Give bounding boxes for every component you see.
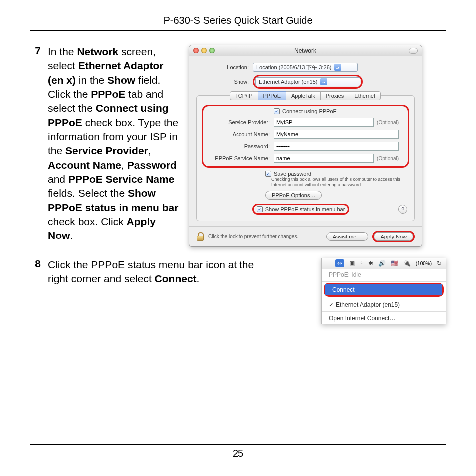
bluetooth-icon[interactable]: ✱ — [368, 260, 373, 267]
window-footer: Click the lock to prevent further change… — [189, 226, 422, 246]
step-7-text: In the Network screen, select Ethernet A… — [48, 45, 182, 243]
separator — [322, 298, 446, 298]
menu-status: PPPoE: Idle — [322, 269, 446, 280]
pppoe-service-name-input[interactable] — [274, 154, 374, 163]
battery-percent: (100%) — [416, 261, 432, 266]
assist-me-button[interactable]: Assist me… — [326, 232, 369, 241]
show-label: Show: — [198, 79, 253, 85]
step-8-number: 8 — [30, 258, 41, 270]
password-input[interactable] — [274, 142, 399, 151]
titlebar: Network — [189, 45, 422, 56]
tab-appletalk[interactable]: AppleTalk — [286, 91, 321, 100]
show-select[interactable]: Ethernet Adaptor (en15) ▴▾ — [255, 77, 360, 86]
tab-bar: TCP/IP PPPoE AppleTalk Proxies Ethernet — [197, 91, 414, 100]
service-provider-input[interactable] — [274, 118, 374, 127]
pppoe-menu: PPPoE: Idle Connect Ethernet Adaptor (en… — [322, 269, 446, 324]
account-name-label: Account Name: — [209, 131, 274, 137]
lock-text: Click the lock to prevent further change… — [208, 234, 322, 239]
save-password-checkbox[interactable]: ✓ — [265, 171, 271, 177]
save-password-label: Save password — [274, 171, 311, 177]
show-status-checkbox[interactable]: ✓ — [257, 206, 263, 212]
location-label: Location: — [198, 64, 253, 70]
wifi-icon[interactable]: ⌔ — [360, 260, 363, 267]
menubar: ⇔ ▣ ⌔ ✱ 🔊 🇺🇸 🔌 (100%) ↻ — [322, 258, 446, 269]
pppoe-options-button[interactable]: PPPoE Options… — [265, 191, 322, 200]
show-value: Ethernet Adaptor (en15) — [259, 79, 317, 85]
location-value: Location (2005/6/13 下午 3:26) — [256, 64, 331, 71]
volume-icon[interactable]: 🔊 — [378, 260, 386, 267]
show-status-label: Show PPPoE status in menu bar — [265, 206, 345, 212]
sync-icon[interactable]: ↻ — [437, 260, 442, 267]
connect-pppoe-checkbox[interactable]: ✓ — [274, 108, 280, 114]
separator — [322, 311, 446, 312]
help-button[interactable]: ? — [398, 205, 407, 214]
apply-now-button[interactable]: Apply Now — [374, 232, 413, 241]
separator — [322, 281, 446, 282]
menu-adaptor[interactable]: Ethernet Adaptor (en15) — [322, 299, 446, 310]
highlight-connect: Connect — [324, 283, 444, 297]
battery-icon[interactable]: 🔌 — [403, 260, 411, 267]
chevron-updown-icon: ▴▾ — [334, 64, 341, 71]
highlight-show-status: ✓ Show PPPoE status in menu bar — [252, 204, 350, 215]
network-window: Network Location: Location (2005/6/13 下午… — [189, 45, 422, 247]
pppoe-service-name-label: PPPoE Service Name: — [209, 155, 274, 161]
tab-tcpip[interactable]: TCP/IP — [230, 91, 258, 100]
highlight-show-field: Ethernet Adaptor (en15) ▴▾ — [253, 75, 363, 89]
optional-hint: (Optional) — [374, 120, 399, 125]
step-7-number: 7 — [30, 45, 41, 57]
step-8-row: 8 Click the PPPoE status menu bar icon a… — [30, 258, 446, 324]
connect-pppoe-label: Connect using PPPoE — [282, 108, 337, 114]
window-title: Network — [189, 47, 422, 54]
display-icon[interactable]: ▣ — [349, 260, 355, 267]
step-8-text: Click the PPPoE status menu bar icon at … — [48, 258, 273, 286]
highlight-apply-now: Apply Now — [372, 231, 415, 242]
location-select[interactable]: Location (2005/6/13 下午 3:26) ▴▾ — [253, 63, 358, 72]
optional-hint: (Optional) — [374, 156, 399, 161]
step-7-row: 7 In the Network screen, select Ethernet… — [30, 45, 446, 247]
menubar-dropdown: ⇔ ▣ ⌔ ✱ 🔊 🇺🇸 🔌 (100%) ↻ PPPoE: Idle Conn… — [321, 258, 446, 324]
password-label: Password: — [209, 143, 274, 149]
tab-ethernet[interactable]: Ethernet — [349, 91, 381, 100]
save-password-note: Checking this box allows all users of th… — [197, 177, 414, 188]
page-number: 25 — [30, 444, 446, 459]
menu-connect[interactable]: Connect — [325, 284, 442, 295]
service-provider-label: Service Provider: — [209, 119, 274, 125]
pppoe-status-icon[interactable]: ⇔ — [335, 259, 344, 267]
page-header-title: P-630-S Series Quick Start Guide — [30, 15, 446, 31]
toolbar-pill-icon[interactable] — [409, 48, 418, 54]
highlight-pppoe-fields: ✓ Connect using PPPoE Service Provider: … — [202, 105, 409, 168]
tab-pppoe[interactable]: PPPoE — [258, 91, 286, 100]
tab-proxies[interactable]: Proxies — [320, 91, 350, 100]
menu-open-internet-connect[interactable]: Open Internet Connect… — [322, 313, 446, 324]
lock-icon[interactable] — [196, 232, 204, 241]
chevron-updown-icon: ▴▾ — [320, 78, 327, 85]
account-name-input[interactable] — [274, 130, 399, 139]
tab-panel: TCP/IP PPPoE AppleTalk Proxies Ethernet … — [196, 95, 415, 221]
flag-icon[interactable]: 🇺🇸 — [391, 260, 398, 267]
